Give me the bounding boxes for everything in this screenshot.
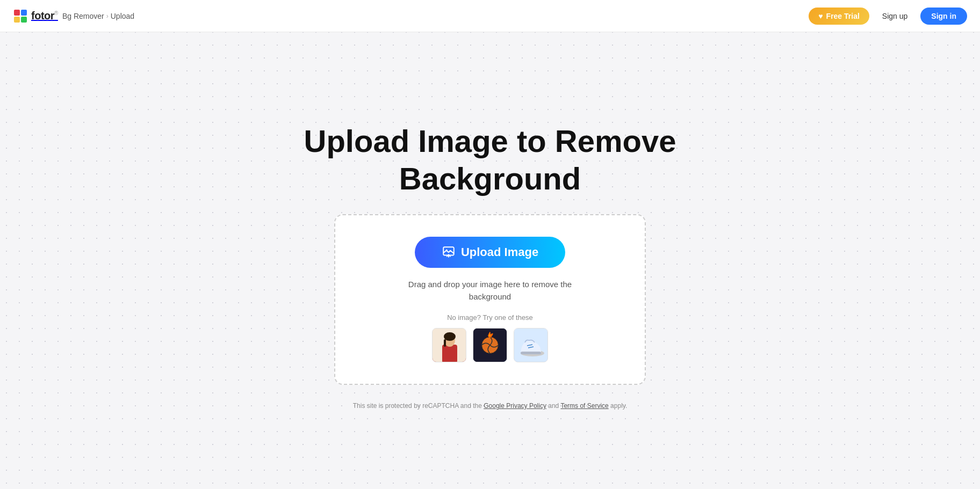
breadcrumb-parent: Bg Remover xyxy=(62,12,104,20)
breadcrumb-separator: › xyxy=(106,12,109,20)
sample-thumb-woman[interactable] xyxy=(432,328,466,362)
svg-rect-16 xyxy=(521,352,541,354)
header-left: fotor® Bg Remover › Upload xyxy=(13,9,134,24)
main-content: Upload Image to Remove Background Upload… xyxy=(0,0,980,489)
drag-drop-hint: Drag and drop your image here to remove … xyxy=(408,279,572,303)
svg-rect-1 xyxy=(14,10,20,16)
svg-rect-11 xyxy=(444,339,446,347)
breadcrumb: Bg Remover › Upload xyxy=(62,12,134,20)
header: fotor® Bg Remover › Upload ♥ Free Trial … xyxy=(0,0,980,32)
footer-recaptcha-note: This site is protected by reCAPTCHA and … xyxy=(353,402,628,410)
svg-rect-8 xyxy=(442,345,457,362)
svg-rect-3 xyxy=(14,17,20,23)
privacy-policy-link[interactable]: Google Privacy Policy xyxy=(484,402,546,410)
upload-image-button[interactable]: Upload Image xyxy=(415,237,565,268)
header-right: ♥ Free Trial Sign up Sign in xyxy=(809,8,967,25)
sample-thumb-basketball[interactable] xyxy=(473,328,507,362)
page-title: Upload Image to Remove Background xyxy=(304,122,676,197)
upload-dropzone[interactable]: Upload Image Drag and drop your image he… xyxy=(334,214,646,385)
sample-thumb-sneaker[interactable] xyxy=(514,328,548,362)
terms-of-service-link[interactable]: Terms of Service xyxy=(560,402,608,410)
sample-section: No image? Try one of these xyxy=(432,313,548,362)
thumb-sneaker-image xyxy=(514,329,547,362)
breadcrumb-current: Upload xyxy=(111,12,134,20)
fotor-logo[interactable]: fotor® xyxy=(13,9,58,24)
free-trial-button[interactable]: ♥ Free Trial xyxy=(809,8,869,25)
svg-rect-4 xyxy=(21,17,27,23)
sample-images xyxy=(432,328,548,362)
sample-label: No image? Try one of these xyxy=(447,313,533,322)
thumb-basketball-image xyxy=(473,329,507,362)
content-wrapper: Upload Image to Remove Background Upload… xyxy=(221,90,759,431)
svg-rect-2 xyxy=(21,10,27,16)
heart-icon: ♥ xyxy=(818,12,823,20)
signup-button[interactable]: Sign up xyxy=(876,8,914,25)
fotor-logo-icon xyxy=(13,9,28,24)
signin-button[interactable]: Sign in xyxy=(920,8,967,25)
logo-text: fotor® xyxy=(31,10,58,22)
upload-icon xyxy=(442,245,456,259)
thumb-woman-image xyxy=(433,329,466,362)
